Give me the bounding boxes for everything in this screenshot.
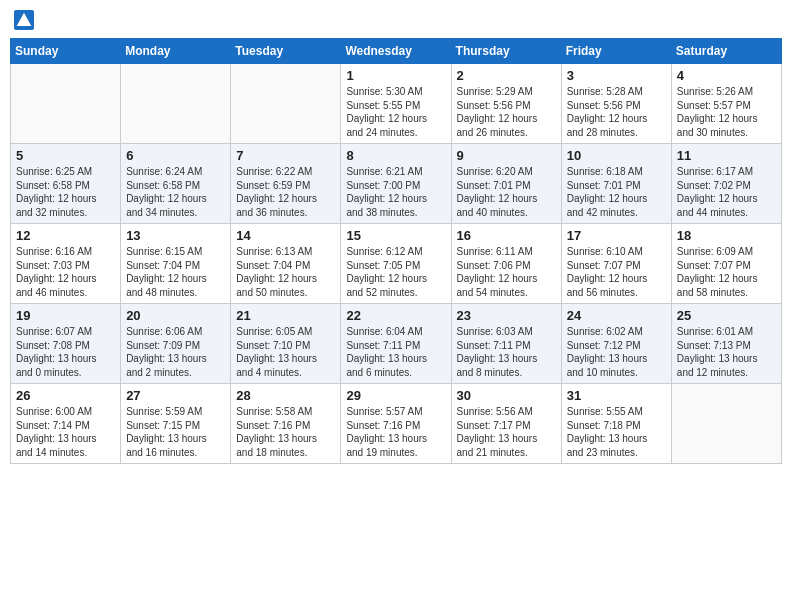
day-number: 17 <box>567 228 666 243</box>
day-number: 16 <box>457 228 556 243</box>
weekday-header-saturday: Saturday <box>671 39 781 64</box>
day-number: 8 <box>346 148 445 163</box>
calendar-cell: 20Sunrise: 6:06 AMSunset: 7:09 PMDayligh… <box>121 304 231 384</box>
calendar-week-row: 5Sunrise: 6:25 AMSunset: 6:58 PMDaylight… <box>11 144 782 224</box>
day-number: 21 <box>236 308 335 323</box>
calendar-cell: 22Sunrise: 6:04 AMSunset: 7:11 PMDayligh… <box>341 304 451 384</box>
day-number: 12 <box>16 228 115 243</box>
calendar-week-row: 19Sunrise: 6:07 AMSunset: 7:08 PMDayligh… <box>11 304 782 384</box>
weekday-header-thursday: Thursday <box>451 39 561 64</box>
day-info: Sunrise: 6:25 AMSunset: 6:58 PMDaylight:… <box>16 165 115 219</box>
day-number: 9 <box>457 148 556 163</box>
calendar-cell: 29Sunrise: 5:57 AMSunset: 7:16 PMDayligh… <box>341 384 451 464</box>
calendar-cell <box>671 384 781 464</box>
day-number: 26 <box>16 388 115 403</box>
calendar-cell: 27Sunrise: 5:59 AMSunset: 7:15 PMDayligh… <box>121 384 231 464</box>
day-number: 22 <box>346 308 445 323</box>
day-info: Sunrise: 6:09 AMSunset: 7:07 PMDaylight:… <box>677 245 776 299</box>
weekday-header-tuesday: Tuesday <box>231 39 341 64</box>
day-info: Sunrise: 5:30 AMSunset: 5:55 PMDaylight:… <box>346 85 445 139</box>
calendar-cell: 28Sunrise: 5:58 AMSunset: 7:16 PMDayligh… <box>231 384 341 464</box>
day-info: Sunrise: 6:15 AMSunset: 7:04 PMDaylight:… <box>126 245 225 299</box>
day-info: Sunrise: 6:11 AMSunset: 7:06 PMDaylight:… <box>457 245 556 299</box>
day-info: Sunrise: 6:17 AMSunset: 7:02 PMDaylight:… <box>677 165 776 219</box>
day-info: Sunrise: 5:58 AMSunset: 7:16 PMDaylight:… <box>236 405 335 459</box>
weekday-header-sunday: Sunday <box>11 39 121 64</box>
day-number: 24 <box>567 308 666 323</box>
day-info: Sunrise: 6:05 AMSunset: 7:10 PMDaylight:… <box>236 325 335 379</box>
day-info: Sunrise: 6:07 AMSunset: 7:08 PMDaylight:… <box>16 325 115 379</box>
calendar-cell: 7Sunrise: 6:22 AMSunset: 6:59 PMDaylight… <box>231 144 341 224</box>
weekday-header-friday: Friday <box>561 39 671 64</box>
calendar-table: SundayMondayTuesdayWednesdayThursdayFrid… <box>10 38 782 464</box>
day-number: 1 <box>346 68 445 83</box>
day-info: Sunrise: 5:28 AMSunset: 5:56 PMDaylight:… <box>567 85 666 139</box>
calendar-cell: 8Sunrise: 6:21 AMSunset: 7:00 PMDaylight… <box>341 144 451 224</box>
calendar-cell: 1Sunrise: 5:30 AMSunset: 5:55 PMDaylight… <box>341 64 451 144</box>
day-info: Sunrise: 6:13 AMSunset: 7:04 PMDaylight:… <box>236 245 335 299</box>
day-info: Sunrise: 5:29 AMSunset: 5:56 PMDaylight:… <box>457 85 556 139</box>
day-number: 4 <box>677 68 776 83</box>
day-number: 5 <box>16 148 115 163</box>
calendar-cell: 5Sunrise: 6:25 AMSunset: 6:58 PMDaylight… <box>11 144 121 224</box>
weekday-header-monday: Monday <box>121 39 231 64</box>
day-number: 6 <box>126 148 225 163</box>
day-info: Sunrise: 6:22 AMSunset: 6:59 PMDaylight:… <box>236 165 335 219</box>
calendar-cell: 25Sunrise: 6:01 AMSunset: 7:13 PMDayligh… <box>671 304 781 384</box>
day-info: Sunrise: 6:01 AMSunset: 7:13 PMDaylight:… <box>677 325 776 379</box>
calendar-cell: 13Sunrise: 6:15 AMSunset: 7:04 PMDayligh… <box>121 224 231 304</box>
calendar-cell: 14Sunrise: 6:13 AMSunset: 7:04 PMDayligh… <box>231 224 341 304</box>
day-number: 13 <box>126 228 225 243</box>
calendar-cell: 11Sunrise: 6:17 AMSunset: 7:02 PMDayligh… <box>671 144 781 224</box>
day-info: Sunrise: 6:02 AMSunset: 7:12 PMDaylight:… <box>567 325 666 379</box>
day-number: 2 <box>457 68 556 83</box>
calendar-cell: 21Sunrise: 6:05 AMSunset: 7:10 PMDayligh… <box>231 304 341 384</box>
calendar-cell: 18Sunrise: 6:09 AMSunset: 7:07 PMDayligh… <box>671 224 781 304</box>
calendar-cell: 9Sunrise: 6:20 AMSunset: 7:01 PMDaylight… <box>451 144 561 224</box>
calendar-cell: 3Sunrise: 5:28 AMSunset: 5:56 PMDaylight… <box>561 64 671 144</box>
day-number: 19 <box>16 308 115 323</box>
logo <box>14 10 36 30</box>
calendar-week-row: 1Sunrise: 5:30 AMSunset: 5:55 PMDaylight… <box>11 64 782 144</box>
day-number: 31 <box>567 388 666 403</box>
day-info: Sunrise: 5:26 AMSunset: 5:57 PMDaylight:… <box>677 85 776 139</box>
day-number: 25 <box>677 308 776 323</box>
day-number: 15 <box>346 228 445 243</box>
day-info: Sunrise: 5:59 AMSunset: 7:15 PMDaylight:… <box>126 405 225 459</box>
day-info: Sunrise: 5:55 AMSunset: 7:18 PMDaylight:… <box>567 405 666 459</box>
calendar-cell: 17Sunrise: 6:10 AMSunset: 7:07 PMDayligh… <box>561 224 671 304</box>
day-info: Sunrise: 6:00 AMSunset: 7:14 PMDaylight:… <box>16 405 115 459</box>
page-header <box>10 10 782 30</box>
day-number: 28 <box>236 388 335 403</box>
calendar-cell: 30Sunrise: 5:56 AMSunset: 7:17 PMDayligh… <box>451 384 561 464</box>
day-info: Sunrise: 6:18 AMSunset: 7:01 PMDaylight:… <box>567 165 666 219</box>
day-info: Sunrise: 6:16 AMSunset: 7:03 PMDaylight:… <box>16 245 115 299</box>
day-info: Sunrise: 6:04 AMSunset: 7:11 PMDaylight:… <box>346 325 445 379</box>
day-info: Sunrise: 6:12 AMSunset: 7:05 PMDaylight:… <box>346 245 445 299</box>
calendar-cell: 4Sunrise: 5:26 AMSunset: 5:57 PMDaylight… <box>671 64 781 144</box>
calendar-cell <box>121 64 231 144</box>
calendar-cell: 24Sunrise: 6:02 AMSunset: 7:12 PMDayligh… <box>561 304 671 384</box>
logo-icon <box>14 10 34 30</box>
day-info: Sunrise: 6:06 AMSunset: 7:09 PMDaylight:… <box>126 325 225 379</box>
calendar-cell: 23Sunrise: 6:03 AMSunset: 7:11 PMDayligh… <box>451 304 561 384</box>
day-info: Sunrise: 6:24 AMSunset: 6:58 PMDaylight:… <box>126 165 225 219</box>
calendar-week-row: 12Sunrise: 6:16 AMSunset: 7:03 PMDayligh… <box>11 224 782 304</box>
calendar-cell: 19Sunrise: 6:07 AMSunset: 7:08 PMDayligh… <box>11 304 121 384</box>
calendar-cell: 15Sunrise: 6:12 AMSunset: 7:05 PMDayligh… <box>341 224 451 304</box>
day-number: 23 <box>457 308 556 323</box>
day-info: Sunrise: 5:57 AMSunset: 7:16 PMDaylight:… <box>346 405 445 459</box>
weekday-header-row: SundayMondayTuesdayWednesdayThursdayFrid… <box>11 39 782 64</box>
calendar-cell: 6Sunrise: 6:24 AMSunset: 6:58 PMDaylight… <box>121 144 231 224</box>
weekday-header-wednesday: Wednesday <box>341 39 451 64</box>
day-number: 3 <box>567 68 666 83</box>
calendar-cell <box>231 64 341 144</box>
day-number: 18 <box>677 228 776 243</box>
day-number: 20 <box>126 308 225 323</box>
calendar-cell: 12Sunrise: 6:16 AMSunset: 7:03 PMDayligh… <box>11 224 121 304</box>
day-number: 30 <box>457 388 556 403</box>
day-number: 7 <box>236 148 335 163</box>
calendar-cell: 2Sunrise: 5:29 AMSunset: 5:56 PMDaylight… <box>451 64 561 144</box>
day-info: Sunrise: 5:56 AMSunset: 7:17 PMDaylight:… <box>457 405 556 459</box>
calendar-week-row: 26Sunrise: 6:00 AMSunset: 7:14 PMDayligh… <box>11 384 782 464</box>
